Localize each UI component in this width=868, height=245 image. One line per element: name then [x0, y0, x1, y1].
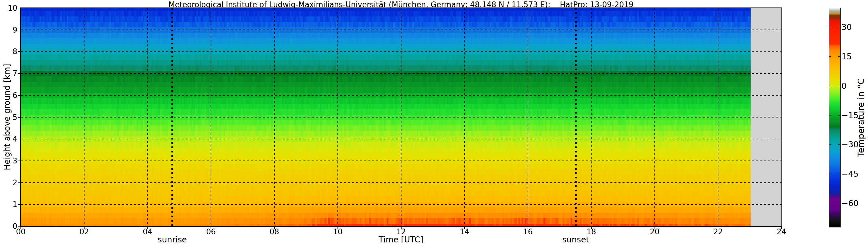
- colorbar-tick-mark: [829, 203, 831, 204]
- x-tick-mark: [718, 226, 718, 229]
- colorbar-tick-mark: [838, 85, 840, 86]
- x-tick-mark: [401, 226, 402, 229]
- colorbar-tick-mark: [838, 174, 840, 174]
- colorbar-tick-mark: [838, 144, 840, 145]
- x-axis-label: Time [UTC]: [379, 235, 424, 244]
- y-tick-mark: [18, 226, 21, 226]
- colorbar-tick-label: 15: [841, 51, 852, 61]
- y-tick-mark: [18, 117, 21, 117]
- colorbar-tick-mark: [838, 27, 840, 27]
- y-tick-label: 7: [4, 69, 17, 78]
- y-tick-mark: [18, 8, 21, 8]
- y-tick-label: 1: [4, 200, 17, 209]
- colorbar-tick-mark: [829, 27, 831, 27]
- x-tick-mark: [147, 226, 148, 229]
- colorbar-tick-mark: [829, 115, 831, 115]
- colorbar-tick-mark: [838, 203, 840, 204]
- y-tick-label: 10: [4, 4, 17, 12]
- x-tick-mark: [274, 226, 275, 229]
- y-tick-label: 8: [4, 47, 17, 56]
- y-tick-mark: [18, 95, 21, 96]
- y-tick-mark: [18, 182, 21, 183]
- colorbar-tick-mark: [838, 115, 840, 115]
- y-tick-mark: [18, 139, 21, 139]
- colorbar-tick-label: 0: [841, 81, 847, 91]
- x-tick-mark: [528, 226, 528, 229]
- plot-area: [20, 7, 782, 227]
- x-tick-mark: [654, 226, 655, 229]
- colorbar-tick-mark: [829, 56, 831, 57]
- y-tick-label: 2: [4, 178, 17, 187]
- y-tick-mark: [18, 73, 21, 74]
- y-tick-label: 9: [4, 26, 17, 34]
- y-tick-mark: [18, 51, 21, 52]
- y-tick-mark: [18, 161, 21, 161]
- x-tick-mark: [211, 226, 211, 229]
- colorbar-tick-label: 30: [841, 22, 852, 32]
- colorbar: [829, 8, 841, 228]
- y-tick-label: 5: [4, 113, 17, 121]
- colorbar-tick-mark: [838, 56, 840, 57]
- y-tick-mark: [18, 30, 21, 30]
- x-tick-mark: [591, 226, 592, 229]
- colorbar-tick-label: −60: [841, 199, 859, 208]
- y-tick-mark: [18, 204, 21, 205]
- x-tick-mark: [464, 226, 465, 229]
- y-tick-label: 3: [4, 156, 17, 165]
- x-tick-mark: [84, 226, 85, 229]
- colorbar-tick-mark: [829, 85, 831, 86]
- colorbar-label: Temperature in °C: [856, 78, 866, 157]
- colorbar-tick-mark: [829, 144, 831, 145]
- figure-root: Meteorological Institute of Ludwig-Maxim…: [0, 0, 868, 245]
- heatmap-canvas: [21, 8, 781, 226]
- colorbar-tick-label: −45: [841, 169, 859, 179]
- y-tick-label: 4: [4, 135, 17, 143]
- y-tick-label: 6: [4, 91, 17, 100]
- colorbar-gradient: [829, 8, 840, 227]
- y-tick-label: 0: [4, 222, 17, 231]
- colorbar-tick-mark: [829, 174, 831, 174]
- x-tick-mark: [781, 226, 782, 229]
- annotation-sunset: sunset: [562, 235, 589, 244]
- x-tick-mark: [21, 226, 21, 229]
- annotation-sunrise: sunrise: [158, 235, 187, 244]
- x-tick-mark: [338, 226, 338, 229]
